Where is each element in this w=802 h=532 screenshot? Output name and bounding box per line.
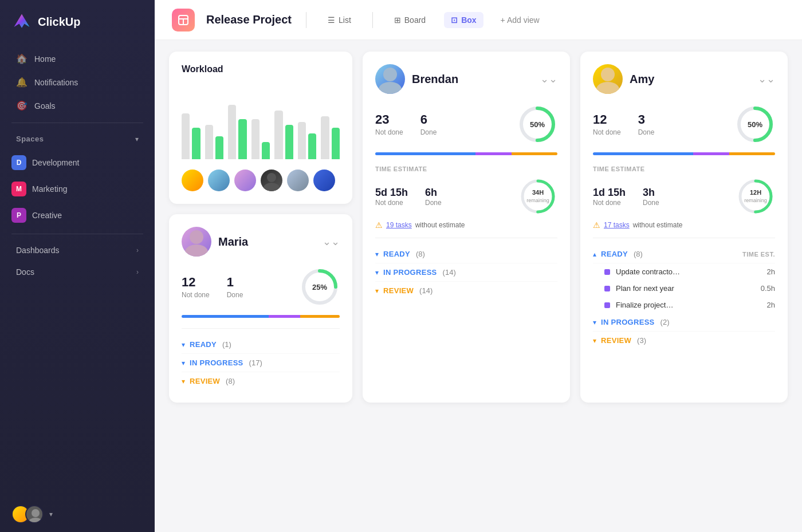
brendan-time-est-label: TIME ESTIMATE (375, 165, 557, 172)
workload-avatar-row (182, 170, 340, 191)
project-title: Release Project (206, 13, 292, 26)
clickup-logo-icon (11, 11, 32, 32)
amy-bar-purple (693, 152, 730, 155)
maria-status-inprogress[interactable]: ▾ IN PROGRESS (17) (182, 354, 340, 372)
sidebar-divider-1 (11, 123, 143, 123)
maria-progress-label: 25% (312, 283, 327, 291)
brendan-status-review[interactable]: ▾ REVIEW (14) (375, 282, 557, 300)
amy-not-done-time-value: 1d 15h (593, 187, 626, 199)
workload-title: Workload (182, 64, 340, 74)
bar-group-4 (251, 119, 270, 159)
brendan-warning-link[interactable]: 19 tasks (386, 221, 412, 229)
bar-gray-5 (274, 111, 282, 159)
amy-status-review[interactable]: ▾ REVIEW (3) (593, 332, 775, 349)
sidebar-item-docs[interactable]: Docs › (5, 262, 150, 282)
brendan-done-time-value: 6h (425, 187, 442, 199)
amy-task-2[interactable]: Plan for next year 0.5h (593, 280, 775, 297)
bar-gray-1 (182, 113, 190, 159)
brendan-inprogress-label: IN PROGRESS (383, 268, 437, 277)
amy-expand-icon[interactable]: ⌄⌄ (758, 73, 775, 85)
bar-group-6 (298, 122, 317, 159)
maria-review-count: (8) (226, 377, 235, 385)
tab-list[interactable]: ☰ List (321, 12, 358, 28)
amy-info: Amy (593, 64, 654, 94)
amy-status-inprogress[interactable]: ▾ IN PROGRESS (2) (593, 313, 775, 332)
maria-not-done-label: Not done (182, 291, 210, 299)
brendan-header: Brendan ⌄⌄ (375, 64, 557, 94)
brendan-done-value: 6 (420, 112, 437, 127)
add-view-button[interactable]: + Add view (495, 12, 545, 28)
brendan-review-count: (14) (419, 286, 433, 295)
amy-inprogress-chevron-icon: ▾ (593, 318, 596, 326)
brendan-status-ready[interactable]: ▾ READY (8) (375, 245, 557, 263)
sidebar-item-development[interactable]: D Development (0, 150, 155, 175)
amy-task-3[interactable]: Finalize project… 2h (593, 297, 775, 313)
amy-ready-chevron-icon: ▴ (593, 250, 596, 258)
maria-header: Maria ⌄⌄ (182, 227, 340, 257)
sidebar-item-goals[interactable]: 🎯 Goals (5, 94, 150, 117)
amy-progress-label: 50% (748, 120, 762, 129)
marketing-dot: M (11, 182, 26, 196)
task-name-1: Update contracto… (616, 267, 761, 276)
sidebar-item-home[interactable]: 🏠 Home (5, 48, 150, 70)
brendan-review-label: REVIEW (383, 286, 414, 295)
amy-warning-text: without estimate (633, 221, 683, 229)
sidebar-spaces[interactable]: Spaces ▾ (5, 129, 150, 149)
maria-avatar (182, 227, 211, 257)
sidebar-divider-2 (11, 234, 143, 234)
tab-board[interactable]: ⊞ Board (387, 12, 433, 28)
bar-green-5 (285, 125, 293, 159)
maria-status-review[interactable]: ▾ REVIEW (8) (182, 372, 340, 390)
workload-avatar-1 (182, 170, 203, 191)
amy-done-label: Done (638, 128, 655, 136)
brendan-bar-yellow (512, 152, 557, 155)
tab-box[interactable]: ⊡ Box (444, 12, 483, 28)
sidebar-item-marketing[interactable]: M Marketing (0, 176, 155, 202)
svg-point-15 (596, 82, 619, 94)
brendan-status-inprogress[interactable]: ▾ IN PROGRESS (14) (375, 263, 557, 282)
sidebar-item-notifications[interactable]: 🔔 Notifications (5, 71, 150, 93)
maria-ready-label: READY (190, 340, 217, 349)
svg-point-7 (264, 183, 280, 191)
amy-done-value: 3 (638, 112, 655, 127)
amy-avatar (593, 64, 623, 94)
amy-name: Amy (630, 73, 654, 86)
bar-group-1 (182, 113, 200, 159)
amy-done: 3 Done (638, 112, 655, 136)
sidebar-item-creative[interactable]: P Creative (0, 203, 155, 228)
brendan-expand-icon[interactable]: ⌄⌄ (540, 73, 557, 85)
svg-point-20 (190, 230, 203, 244)
brendan-inprogress-chevron-icon: ▾ (375, 269, 379, 277)
brendan-not-done-time-label: Not done (375, 199, 408, 207)
maria-expand-icon[interactable]: ⌄⌄ (323, 235, 340, 248)
amy-bar-blue (593, 152, 693, 155)
logo[interactable]: ClickUp (0, 0, 155, 41)
dashboards-label: Dashboards (16, 246, 60, 255)
brendan-done-label: Done (420, 128, 437, 136)
bar-green-6 (308, 133, 316, 159)
maria-stats-row: 12 Not done 1 Done 25% (182, 267, 340, 307)
brendan-card: Brendan ⌄⌄ 23 Not done 6 Done (363, 52, 570, 403)
amy-task-1[interactable]: Update contracto… 2h (593, 263, 775, 280)
brendan-done: 6 Done (420, 112, 437, 136)
marketing-label: Marketing (32, 184, 67, 194)
development-dot: D (11, 155, 26, 170)
amy-not-done: 12 Not done (593, 112, 621, 136)
bar-gray-7 (321, 116, 329, 159)
brendan-status-section: ▾ READY (8) ▾ IN PROGRESS (14) ▾ REVIEW … (375, 238, 557, 300)
maria-status-ready[interactable]: ▾ READY (1) (182, 336, 340, 354)
list-tab-icon: ☰ (328, 15, 335, 25)
svg-point-2 (29, 518, 42, 523)
docs-label: Docs (16, 267, 34, 277)
amy-warning-link[interactable]: 17 tasks (604, 221, 630, 229)
task-name-2: Plan for next year (616, 284, 755, 293)
sidebar-item-dashboards[interactable]: Dashboards › (5, 240, 150, 261)
amy-not-done-value: 12 (593, 112, 621, 127)
svg-point-14 (601, 68, 615, 81)
add-view-label: + Add view (501, 15, 540, 25)
amy-done-time: 3h Done (643, 187, 659, 207)
bar-green-3 (238, 119, 246, 159)
brendan-color-bar (375, 152, 557, 155)
amy-status-ready[interactable]: ▴ READY (8) TIME EST. (593, 245, 775, 263)
workload-bar-chart (182, 85, 340, 159)
